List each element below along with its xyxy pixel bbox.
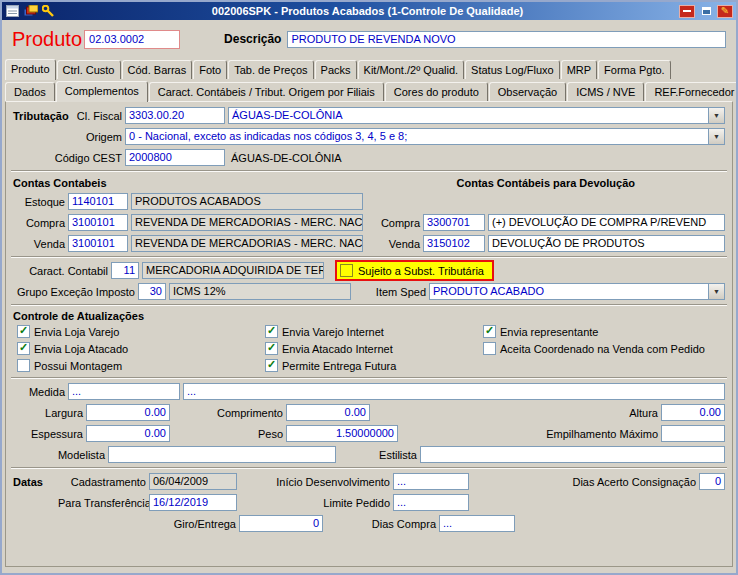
tab-caract-contabeis-filiais[interactable]: Caract. Contábeis / Tribut. Origem por F…	[149, 82, 384, 101]
venda-label: Venda	[13, 238, 65, 250]
datas-title: Datas	[13, 476, 55, 488]
tab-complementos[interactable]: Complementos	[56, 81, 148, 102]
checkbox-icon[interactable]	[483, 342, 496, 355]
maximize-button[interactable]	[698, 5, 714, 18]
tab-mrp[interactable]: MRP	[561, 60, 597, 79]
inicio-desenvolvimento-input[interactable]: ...	[393, 473, 469, 490]
peso-input[interactable]: 1.50000000	[286, 425, 398, 442]
origem-combo[interactable]: 0 - Nacional, exceto as indicadas nos có…	[125, 128, 725, 145]
checkbox-envia-atacado-internet[interactable]: Envia Atacado Internet	[265, 342, 483, 355]
chevron-down-icon[interactable]	[708, 129, 724, 144]
checkbox-possui-montagem[interactable]: Possui Montagem	[17, 359, 265, 372]
descricao-label: Descrição	[224, 32, 281, 46]
tab-foto[interactable]: Foto	[193, 60, 227, 79]
altura-input[interactable]: 0.00	[661, 404, 725, 421]
produto-code-field[interactable]: 02.03.0002	[84, 30, 180, 49]
dias-acerto-consignacao-label: Dias Acerto Consignação	[560, 476, 696, 488]
inicio-desenvolvimento-label: Início Desenvolvimento	[264, 476, 390, 488]
section-divider	[11, 304, 727, 306]
tab-dados[interactable]: Dados	[5, 82, 55, 101]
controle-atualizacoes-title: Controle de Atualizações	[13, 310, 144, 322]
dias-compra-input[interactable]: ...	[439, 515, 515, 532]
product-header: Produto 02.03.0002 Descrição PRODUTO DE …	[2, 20, 736, 56]
venda-desc: REVENDA DE MERCADORIAS - MERC. NACIONA	[131, 235, 363, 252]
section-divider	[11, 170, 727, 172]
dev-venda-code-input[interactable]: 3150102	[423, 235, 485, 252]
checkbox-icon[interactable]	[265, 325, 278, 338]
giro-entrega-input[interactable]: 0	[239, 515, 323, 532]
tab-observacao[interactable]: Observação	[489, 82, 566, 101]
checkbox-icon[interactable]	[17, 359, 30, 372]
cl-fiscal-input[interactable]: 3303.00.20	[125, 107, 225, 124]
tab-kit-mont[interactable]: Kit/Mont./2º Qualid.	[358, 60, 465, 79]
checkbox-icon[interactable]	[265, 359, 278, 372]
main-tab-bar: Produto Ctrl. Custo Cód. Barras Foto Tab…	[2, 59, 736, 79]
descricao-field[interactable]: PRODUTO DE REVENDA NOVO	[287, 31, 726, 48]
codigo-cest-input[interactable]: 2000800	[125, 149, 225, 166]
dev-venda-desc: DEVOLUÇÃO DE PRODUTOS	[488, 235, 725, 252]
subst-tributaria-checkbox[interactable]	[340, 264, 353, 277]
checkbox-icon[interactable]	[483, 325, 496, 338]
tab-cod-barras[interactable]: Cód. Barras	[122, 60, 193, 79]
checkbox-icon[interactable]	[17, 325, 30, 338]
tab-status-log-fluxo[interactable]: Status Log/Fluxo	[465, 60, 560, 79]
cl-fiscal-combo[interactable]: ÁGUAS-DE-COLÔNIA	[228, 107, 725, 124]
cadastramento-label: Cadastramento	[58, 476, 146, 488]
subst-tributaria-highlight[interactable]: Sujeito a Subst. Tributária	[335, 260, 494, 281]
maximize-icon	[702, 7, 711, 15]
contas-devolucao-title: Contas Contábeis para Devolução	[457, 177, 636, 189]
dev-venda-label: Venda	[376, 238, 420, 250]
largura-input[interactable]: 0.00	[86, 404, 170, 421]
limite-pedido-input[interactable]: ...	[393, 494, 469, 511]
edit-button[interactable]: ✎	[717, 5, 733, 18]
tributacao-title: Tributação	[13, 110, 73, 122]
para-transferencia-input[interactable]: 16/12/2019	[149, 494, 237, 511]
item-sped-combo[interactable]: PRODUTO ACABADO	[429, 283, 725, 300]
tab-ctrl-custo[interactable]: Ctrl. Custo	[57, 60, 121, 79]
checkbox-envia-varejo-internet[interactable]: Envia Varejo Internet	[265, 325, 483, 338]
grupo-excecao-input[interactable]: 30	[138, 283, 166, 300]
codigo-cest-desc: ÁGUAS-DE-COLÔNIA	[228, 152, 342, 164]
caract-contabil-input[interactable]: 11	[111, 262, 139, 279]
dev-compra-label: Compra	[376, 217, 420, 229]
estoque-label: Estoque	[13, 196, 65, 208]
layers-icon[interactable]	[23, 5, 38, 18]
dias-acerto-consignacao-input[interactable]: 0	[699, 473, 725, 490]
checkbox-envia-loja-varejo[interactable]: Envia Loja Varejo	[17, 325, 265, 338]
pencil-icon: ✎	[721, 6, 729, 16]
estilista-input[interactable]	[420, 446, 725, 463]
minimize-button[interactable]	[679, 5, 695, 18]
chevron-down-icon[interactable]	[708, 108, 724, 123]
checkbox-icon[interactable]	[17, 342, 30, 355]
tab-packs[interactable]: Packs	[315, 60, 357, 79]
tab-forma-pgto[interactable]: Forma Pgto.	[598, 60, 671, 79]
venda-code-input[interactable]: 3100101	[68, 235, 128, 252]
checkbox-envia-representante[interactable]: Envia representante	[483, 325, 721, 338]
modelista-input[interactable]	[108, 446, 336, 463]
form-icon[interactable]	[5, 5, 20, 18]
empilhamento-maximo-input[interactable]	[661, 425, 725, 442]
checkbox-envia-loja-atacado[interactable]: Envia Loja Atacado	[17, 342, 265, 355]
update-checkbox-grid: Envia Loja Varejo Envia Varejo Internet …	[9, 324, 729, 375]
empilhamento-maximo-label: Empilhamento Máximo	[528, 428, 658, 440]
chevron-down-icon[interactable]	[708, 284, 724, 299]
compra-code-input[interactable]: 3100101	[68, 214, 128, 231]
medida-input-1[interactable]: ...	[68, 383, 180, 400]
checkbox-aceita-coordenado[interactable]: Aceita Coordenado na Venda com Pedido	[483, 342, 721, 355]
tab-tab-de-precos[interactable]: Tab. de Preços	[228, 60, 313, 79]
dev-compra-code-input[interactable]: 3300701	[423, 214, 485, 231]
wrench-icon[interactable]	[41, 5, 56, 18]
tab-icms-nve[interactable]: ICMS / NVE	[567, 82, 644, 101]
tab-ref-fornecedor[interactable]: REF.Fornecedor	[645, 82, 738, 101]
cadastramento-field: 06/04/2009	[149, 473, 237, 490]
tab-cores-do-produto[interactable]: Cores do produto	[385, 82, 488, 101]
checkbox-permite-entrega-futura[interactable]: Permite Entrega Futura	[265, 359, 483, 372]
comprimento-input[interactable]: 0.00	[286, 404, 370, 421]
dias-compra-label: Dias Compra	[360, 518, 436, 530]
espessura-input[interactable]: 0.00	[86, 425, 170, 442]
estoque-code-input[interactable]: 1140101	[68, 193, 128, 210]
title-bar[interactable]: 002006SPK - Produtos Acabados (1-Control…	[2, 2, 736, 20]
checkbox-icon[interactable]	[265, 342, 278, 355]
medida-input-2[interactable]: ...	[183, 383, 725, 400]
tab-produto[interactable]: Produto	[5, 59, 56, 80]
